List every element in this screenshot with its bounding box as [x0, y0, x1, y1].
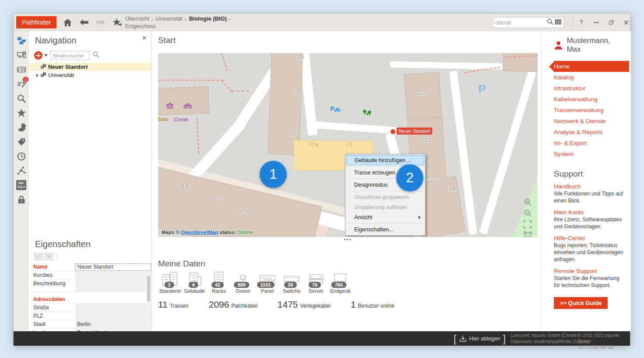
drop-zone[interactable]: [ Hier ablegen ] [454, 331, 506, 346]
map-house-number: 22a [292, 89, 303, 95]
map-house-number: 16 [182, 183, 188, 190]
stat-server[interactable]: 76 Server [304, 271, 328, 294]
zoom-out-icon[interactable] [522, 208, 533, 218]
bike-parking-icon: P [330, 105, 340, 113]
site-marker-label[interactable]: Neuer Standort [397, 128, 432, 135]
prop-value[interactable]: Berlin [75, 320, 151, 328]
menu-kabelverwaltung[interactable]: Kabelverwaltung [554, 94, 625, 105]
navigation-tree: Neuer Standort Universität [29, 63, 151, 79]
stat-racks[interactable]: 42 Racks [207, 271, 231, 294]
breadcrumb-separator-icon: ▸ [149, 17, 156, 21]
history-icon[interactable] [14, 150, 29, 162]
zoom-in-icon[interactable] [522, 197, 533, 207]
menu-home[interactable]: Home [554, 61, 629, 72]
prop-value[interactable] [75, 312, 151, 320]
expander-icon[interactable] [36, 74, 39, 77]
structure-search-icon[interactable] [93, 51, 99, 60]
menu-katalog[interactable]: Katalog [554, 72, 625, 83]
user-account[interactable]: Mustermann, Max [554, 36, 625, 54]
breadcrumb-item[interactable]: Universität [155, 15, 182, 22]
license-text: Lizenziert: tripunkt GmbH (Christin) [510, 333, 589, 339]
back-icon[interactable] [78, 18, 90, 27]
favorites-icon[interactable] [14, 107, 29, 119]
drop-zone-label: Hier ablegen [469, 336, 500, 342]
menu-system[interactable]: System [554, 149, 625, 160]
app-logo[interactable]: Pathfinder [16, 16, 56, 28]
stat-label: Gebäude [183, 288, 207, 294]
restore-button[interactable] [605, 17, 617, 28]
quick-guide-button[interactable]: >> Quick Guide [554, 297, 608, 309]
menu-trassenverwaltung[interactable]: Trassenverwaltung [554, 105, 625, 116]
add-node-button[interactable] [34, 51, 42, 60]
stat-panel[interactable]: 1101 Panel [255, 271, 280, 294]
search-icon[interactable] [547, 18, 553, 27]
patch-panel-icon[interactable] [14, 64, 29, 75]
tree-item-universitaet[interactable]: Universität [29, 71, 151, 79]
map-resize-handle[interactable] [344, 239, 351, 240]
breadcrumb-item[interactable]: Übersicht [125, 15, 149, 22]
menu-netzwerk-dienste[interactable]: Netzwerk & Dienste [554, 116, 625, 127]
menu-item-ansicht[interactable]: Ansicht [346, 212, 424, 222]
fit-view-icon[interactable] [522, 219, 533, 230]
menu-im-export[interactable]: Im- & Export [554, 138, 625, 149]
structure-icon[interactable] [14, 35, 29, 46]
auto-layout-icon[interactable]: A [522, 230, 533, 237]
pie-chart-icon[interactable] [14, 121, 29, 133]
tree-item-neuer-standort[interactable]: Neuer Standort [29, 63, 151, 71]
close-button[interactable] [620, 17, 632, 28]
prop-value[interactable] [75, 304, 151, 312]
site-icon [40, 72, 46, 79]
map-view[interactable]: 22b 22a 22 21a 21 122 123 124 16 17 17A … [158, 53, 538, 237]
properties-scrollbar[interactable] [147, 275, 151, 330]
forward-icon[interactable] [95, 18, 106, 27]
titlebar-divider [573, 15, 573, 29]
support-link[interactable]: Hilfe-Center [554, 235, 625, 241]
parking-label: P [478, 82, 486, 96]
stat-gebaeude[interactable]: 6 Gebäude [183, 271, 207, 294]
map-boundary-dashed [232, 91, 249, 92]
site-marker-icon[interactable] [391, 129, 395, 134]
tasks-badge: 2 [23, 77, 28, 82]
minimize-button[interactable] [591, 17, 602, 28]
tasks-icon[interactable]: 2 [14, 78, 29, 90]
menu-infrastruktur[interactable]: Infrastruktur [554, 83, 625, 94]
home-icon[interactable] [62, 18, 73, 27]
my-data-counters: 11Trassen 2096Patchkabel 1475Verlegekabe… [158, 299, 394, 310]
prop-value[interactable] [75, 271, 151, 279]
prop-name-input[interactable]: Neuer Standort [75, 263, 151, 271]
structure-search-input[interactable] [50, 51, 90, 60]
search-tool-icon[interactable] [14, 92, 29, 104]
workstation-icon[interactable] [14, 49, 29, 61]
stat-endgeraet[interactable]: 764 Endgerät [328, 271, 353, 294]
menu-item-eigenschaften[interactable]: Eigenschaften... [346, 224, 424, 234]
prop-section-label: Adressdaten [32, 296, 75, 302]
menu-item-grundrisse-gruppieren: Grundrisse gruppieren [346, 192, 424, 202]
support-link[interactable]: Handbuch [554, 183, 625, 190]
global-search-input[interactable] [495, 20, 547, 26]
barcode-scan-icon[interactable] [555, 19, 562, 27]
support-link[interactable]: Mein Konto [554, 209, 625, 216]
lock-icon[interactable] [14, 194, 29, 206]
menu-analyse-reports[interactable]: Analyse & Reports [554, 127, 625, 138]
apply-icon[interactable]: ✓ [34, 253, 43, 260]
topology-icon[interactable] [14, 165, 29, 177]
breadcrumb-sublevel[interactable]: Erdgeschoss [125, 23, 233, 30]
stat-standorte[interactable]: 2 Standorte [158, 271, 183, 294]
breadcrumb-separator-icon: ▸ [183, 17, 189, 21]
panel-close-icon[interactable]: ✕ [142, 35, 147, 41]
help-button[interactable]: ? [576, 17, 587, 28]
tag-icon[interactable] [14, 136, 29, 148]
breadcrumb-item-current[interactable]: Biologie (BIO) [189, 15, 227, 22]
discard-icon[interactable]: ✕ [45, 253, 53, 260]
menu-item-gebaeude-hinzufuegen[interactable]: Gebäude hinzufügen ... [346, 155, 424, 165]
stat-badge: 2 [164, 282, 174, 288]
support-link[interactable]: Remote Support [554, 268, 625, 274]
stat-switche[interactable]: 36 Switche [280, 271, 304, 294]
stat-dosen[interactable]: 809 Dosen [231, 271, 256, 294]
ip-address-icon[interactable]: 192.0.0.1 [14, 179, 29, 191]
support-handbuch: Handbuch Alle Funktionen und Tipps auf e… [554, 183, 625, 204]
openstreetmap-link[interactable]: OpenStreetMap [181, 230, 218, 235]
prop-value[interactable] [75, 280, 151, 291]
add-dropdown-icon[interactable] [44, 54, 48, 57]
user-icon [554, 40, 563, 50]
